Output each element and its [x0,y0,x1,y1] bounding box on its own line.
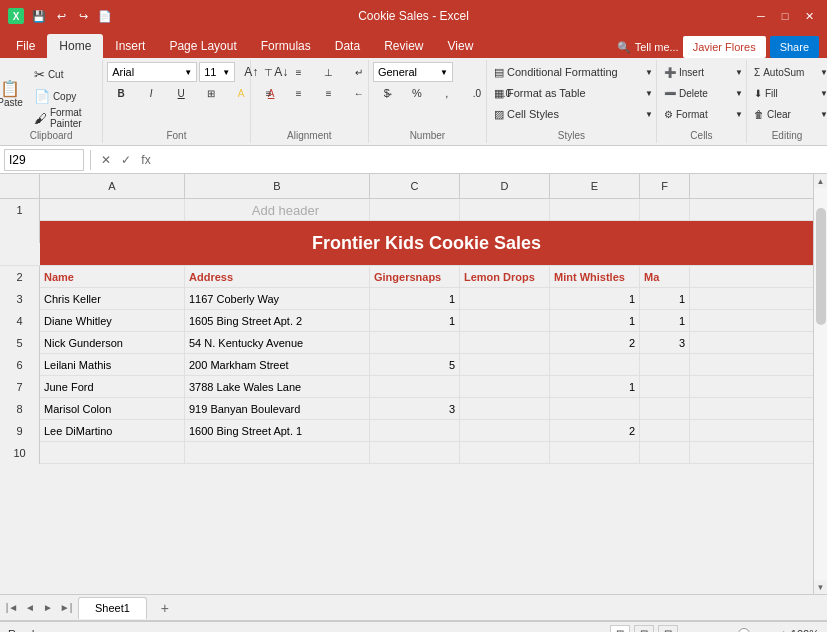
cell-b7[interactable]: 3788 Lake Wales Lane [185,376,370,398]
zoom-in-button[interactable]: + [780,628,786,633]
cell-e3[interactable]: 1 [550,288,640,310]
zoom-thumb[interactable] [738,628,750,633]
cell-e6[interactable] [550,354,640,376]
align-top-button[interactable]: ⊤ [255,62,283,82]
cell-a7[interactable]: June Ford [40,376,185,398]
user-button[interactable]: Javier Flores [683,36,766,58]
autosum-button[interactable]: Σ AutoSum ▼ [751,62,827,82]
scroll-track[interactable] [814,188,827,580]
tab-review[interactable]: Review [372,34,435,58]
cell-d5[interactable] [460,332,550,354]
cell-a1[interactable] [40,199,185,221]
add-sheet-button[interactable]: + [153,597,177,619]
cell-d1[interactable] [460,199,550,221]
delete-button[interactable]: ➖ Delete ▼ [661,83,746,103]
cell-d4[interactable] [460,310,550,332]
cell-c3[interactable]: 1 [370,288,460,310]
format-button[interactable]: ⚙ Format ▼ [661,104,746,124]
cell-e5[interactable]: 2 [550,332,640,354]
cell-b10[interactable] [185,442,370,464]
cell-b2[interactable]: Address [185,266,370,288]
redo-qat-button[interactable]: ↪ [74,7,92,25]
cell-e10[interactable] [550,442,640,464]
cell-c2[interactable]: Gingersnaps [370,266,460,288]
cancel-formula-button[interactable]: ✕ [97,151,115,169]
cell-f6[interactable] [640,354,690,376]
cell-f2[interactable]: Ma [640,266,690,288]
cell-d9[interactable] [460,420,550,442]
tab-formulas[interactable]: Formulas [249,34,323,58]
tab-file[interactable]: File [4,34,47,58]
cell-b3[interactable]: 1167 Coberly Way [185,288,370,310]
fill-button[interactable]: ⬇ Fill ▼ [751,83,827,103]
last-sheet-button[interactable]: ►| [58,600,74,616]
align-middle-button[interactable]: ≡ [285,62,313,82]
name-box[interactable]: I29 [4,149,84,171]
zoom-out-button[interactable]: − [686,628,692,633]
align-left-button[interactable]: ≡ [255,83,283,103]
cell-d8[interactable] [460,398,550,420]
italic-button[interactable]: I [137,83,165,103]
save-qat-button[interactable]: 💾 [30,7,48,25]
confirm-formula-button[interactable]: ✓ [117,151,135,169]
tab-insert[interactable]: Insert [103,34,157,58]
cell-c7[interactable] [370,376,460,398]
tab-page-layout[interactable]: Page Layout [157,34,248,58]
sheet-tab-sheet1[interactable]: Sheet1 [78,597,147,619]
cell-c5[interactable] [370,332,460,354]
cell-f3[interactable]: 1 [640,288,690,310]
cell-c10[interactable] [370,442,460,464]
cell-a8[interactable]: Marisol Colon [40,398,185,420]
cell-e4[interactable]: 1 [550,310,640,332]
cell-b4[interactable]: 1605 Bing Street Apt. 2 [185,310,370,332]
col-header-f[interactable]: F [640,174,690,198]
new-qat-button[interactable]: 📄 [96,7,114,25]
col-header-d[interactable]: D [460,174,550,198]
first-sheet-button[interactable]: |◄ [4,600,20,616]
align-right-button[interactable]: ≡ [315,83,343,103]
col-header-b[interactable]: B [185,174,370,198]
cell-a2[interactable]: Name [40,266,185,288]
cell-b6[interactable]: 200 Markham Street [185,354,370,376]
font-family-dropdown[interactable]: Arial ▼ [107,62,197,82]
clear-button[interactable]: 🗑 Clear ▼ [751,104,827,124]
cell-a6[interactable]: Leilani Mathis [40,354,185,376]
cell-d3[interactable] [460,288,550,310]
cell-f5[interactable]: 3 [640,332,690,354]
cell-c9[interactable] [370,420,460,442]
cell-a3[interactable]: Chris Keller [40,288,185,310]
tab-view[interactable]: View [436,34,486,58]
cell-d10[interactable] [460,442,550,464]
paste-button[interactable]: 📋 Paste [0,62,29,126]
cell-b9[interactable]: 1600 Bing Street Apt. 1 [185,420,370,442]
insert-button[interactable]: ➕ Insert ▼ [661,62,746,82]
vertical-scrollbar[interactable]: ▲ ▼ [813,174,827,594]
function-button[interactable]: fx [137,151,155,169]
normal-view-button[interactable]: ⊞ [610,625,630,633]
scroll-thumb[interactable] [816,208,826,326]
copy-button[interactable]: 📄Copy [31,86,111,106]
border-button[interactable]: ⊞ [197,83,225,103]
undo-qat-button[interactable]: ↩ [52,7,70,25]
percent-button[interactable]: % [403,83,431,103]
maximize-button[interactable]: □ [775,6,795,26]
cell-a4[interactable]: Diane Whitley [40,310,185,332]
cell-d6[interactable] [460,354,550,376]
cell-b1[interactable]: Add header [185,199,370,221]
cell-f8[interactable] [640,398,690,420]
tab-home[interactable]: Home [47,34,103,58]
tell-me-label[interactable]: Tell me... [635,41,679,53]
tab-data[interactable]: Data [323,34,372,58]
bold-button[interactable]: B [107,83,135,103]
prev-sheet-button[interactable]: ◄ [22,600,38,616]
next-sheet-button[interactable]: ► [40,600,56,616]
format-painter-button[interactable]: 🖌Format Painter [31,108,111,128]
cell-f1[interactable] [640,199,690,221]
cell-c4[interactable]: 1 [370,310,460,332]
align-bottom-button[interactable]: ⊥ [315,62,343,82]
cell-b8[interactable]: 919 Banyan Boulevard [185,398,370,420]
col-header-a[interactable]: A [40,174,185,198]
close-button[interactable]: ✕ [799,6,819,26]
underline-button[interactable]: U [167,83,195,103]
col-header-c[interactable]: C [370,174,460,198]
